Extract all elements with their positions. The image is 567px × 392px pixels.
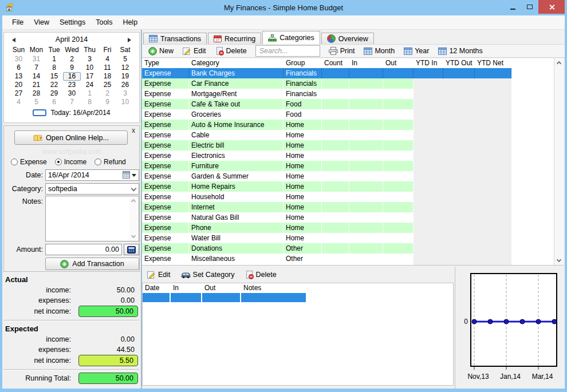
table-row[interactable]: ExpenseDonationsOther <box>142 243 511 254</box>
calendar-day[interactable]: 5 <box>116 55 134 64</box>
menu-tools[interactable]: Tools <box>90 16 117 29</box>
calendar-day[interactable]: 6 <box>45 98 63 106</box>
radio-income[interactable]: Income <box>55 158 86 166</box>
minimize-button[interactable] <box>504 0 521 14</box>
calendar-day[interactable]: 26 <box>116 81 134 89</box>
calendar-day[interactable]: 27 <box>10 89 27 98</box>
table-row[interactable]: ExpenseMortgage/RentFinancials <box>142 89 511 99</box>
calendar-day[interactable]: 6 <box>10 64 27 72</box>
calendar-day[interactable]: 10 <box>116 98 134 106</box>
table-row[interactable]: ExpenseHouseholdHome <box>142 192 511 202</box>
calendar-day[interactable]: 10 <box>81 64 99 72</box>
column-header[interactable]: Count <box>322 58 349 68</box>
notes-textarea[interactable] <box>45 196 139 241</box>
scroll-up-icon[interactable] <box>557 61 561 66</box>
column-header[interactable]: Group <box>284 58 322 68</box>
radio-expense[interactable]: Expense <box>11 158 47 166</box>
calendar-day[interactable]: 19 <box>116 72 134 81</box>
calendar-day-selected[interactable]: 16 <box>63 72 81 81</box>
amount-input[interactable] <box>45 244 122 255</box>
maximize-button[interactable] <box>521 0 538 14</box>
date-calendar-icon[interactable] <box>123 171 130 179</box>
table-row[interactable]: ExpenseElectric billHome <box>142 140 511 151</box>
table-row[interactable]: ExpenseElectronicsHome <box>142 151 511 161</box>
calculator-button[interactable] <box>124 244 139 255</box>
table-row[interactable]: ExpenseGarden & SummerHome <box>142 171 511 181</box>
search-input[interactable] <box>255 45 320 57</box>
table-row[interactable]: ExpenseHome RepairsHome <box>142 181 511 192</box>
table-row[interactable]: ExpenseInternetHome <box>142 202 511 212</box>
calendar-day[interactable]: 5 <box>27 98 45 106</box>
scroll-down-icon[interactable] <box>557 258 561 262</box>
twelve-months-button[interactable]: 12 Months <box>434 46 486 56</box>
table-row[interactable]: ExpenseAuto & Home InsuranceHome <box>142 120 511 130</box>
menu-help[interactable]: Help <box>117 16 143 29</box>
calendar-day[interactable]: 28 <box>27 89 45 98</box>
calendar-day[interactable]: 29 <box>45 89 63 98</box>
table-row[interactable]: ExpenseWater BillHome <box>142 233 511 243</box>
detail-selected-row[interactable] <box>143 293 307 302</box>
calendar-day[interactable]: 3 <box>116 89 134 98</box>
calendar-day[interactable]: 8 <box>45 64 63 72</box>
menu-file[interactable]: File <box>7 16 29 29</box>
table-row[interactable]: ExpenseGroceriesFood <box>142 109 511 120</box>
detail-delete-button[interactable]: Delete <box>241 270 281 280</box>
calendar-day[interactable]: 1 <box>81 89 99 98</box>
calendar-day[interactable]: 9 <box>63 64 81 72</box>
table-row[interactable]: ExpenseBank ChargesFinancials <box>142 68 511 78</box>
table-row[interactable]: ExpenseCableHome <box>142 130 511 140</box>
open-online-help-button[interactable]: ? Open Online Help... <box>14 130 128 145</box>
calendar-day[interactable]: 8 <box>81 98 99 106</box>
calendar-day[interactable]: 31 <box>27 55 45 64</box>
calendar-day[interactable]: 11 <box>99 64 116 72</box>
calendar-day[interactable]: 12 <box>116 64 134 72</box>
print-button[interactable]: Print <box>325 46 359 56</box>
column-header[interactable]: Notes <box>241 283 307 293</box>
table-row[interactable]: ExpenseNatural Gas BillHome <box>142 212 511 223</box>
calendar-day[interactable]: 17 <box>81 72 99 81</box>
calendar-day[interactable]: 24 <box>81 81 99 89</box>
calendar-day[interactable]: 4 <box>10 98 27 106</box>
tab-recurring[interactable]: 17 Recurring <box>208 33 261 44</box>
calendar-day[interactable]: 30 <box>63 89 81 98</box>
calendar-day[interactable]: 2 <box>99 89 116 98</box>
column-header[interactable]: Category <box>189 58 284 68</box>
calendar-day[interactable]: 2 <box>63 55 81 64</box>
table-row[interactable]: ExpenseMiscellaneousOther <box>142 254 511 264</box>
calendar-day[interactable]: 14 <box>27 72 45 81</box>
column-header[interactable]: Date <box>143 283 171 293</box>
calendar-day[interactable]: 23 <box>63 81 81 89</box>
edit-button[interactable]: Edit <box>179 46 210 57</box>
tab-categories[interactable]: Categories <box>262 31 320 44</box>
column-header[interactable]: In <box>171 283 202 293</box>
calendar-day[interactable]: 7 <box>27 64 45 72</box>
tab-overview[interactable]: Overview <box>321 33 374 44</box>
calendar-day[interactable]: 13 <box>10 72 27 81</box>
table-row[interactable]: ExpenseFurnitureHome <box>142 161 511 171</box>
calendar-prev-icon[interactable] <box>12 38 15 42</box>
month-button[interactable]: Month <box>360 46 399 56</box>
calendar-day[interactable]: 18 <box>99 72 116 81</box>
calendar-day[interactable]: 9 <box>99 98 116 106</box>
new-button[interactable]: New <box>144 46 178 57</box>
column-header[interactable]: Out <box>383 58 414 68</box>
notes-scrollbar[interactable] <box>129 197 138 240</box>
column-header[interactable]: YTD Net <box>475 58 511 68</box>
radio-refund[interactable]: Refund <box>94 158 126 166</box>
column-header[interactable]: Out <box>202 283 241 293</box>
delete-button[interactable]: Delete <box>211 46 251 57</box>
calendar-day[interactable]: 25 <box>99 81 116 89</box>
vertical-scrollbar[interactable] <box>554 58 564 265</box>
menu-settings[interactable]: Settings <box>54 16 90 29</box>
calendar-day[interactable]: 21 <box>27 81 45 89</box>
year-button[interactable]: Year <box>400 46 433 56</box>
calendar-day[interactable]: 3 <box>81 55 99 64</box>
calendar-day[interactable]: 30 <box>10 55 27 64</box>
calendar-day[interactable]: 4 <box>99 55 116 64</box>
table-row[interactable]: ExpensePhoneHome <box>142 223 511 233</box>
menu-view[interactable]: View <box>29 16 54 29</box>
calendar-day[interactable]: 1 <box>45 55 63 64</box>
tab-transactions[interactable]: Transactions <box>143 33 207 44</box>
date-dropdown-icon[interactable] <box>132 174 136 177</box>
close-button[interactable] <box>538 0 565 14</box>
